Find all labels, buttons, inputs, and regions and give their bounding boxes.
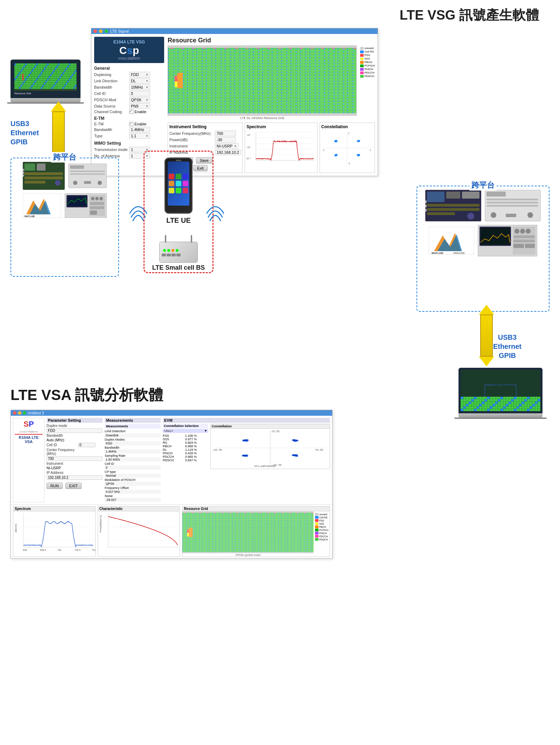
instrument-value[interactable]: NI-USRP [215, 143, 238, 149]
vsa-duplex-value[interactable]: FDD [47, 428, 103, 433]
lte-bs-box: LTE Small cell BS [147, 242, 210, 271]
vsa-constellation-chart [211, 429, 330, 467]
svg-rect-58 [481, 228, 510, 245]
center-freq-row: Center Frequency(MHz) 700 [169, 131, 241, 136]
phone-screen-icons [167, 172, 190, 195]
laptop-screen-content-left [13, 62, 78, 96]
spectrum-title: Spectrum [246, 124, 316, 129]
constellation-sel-value[interactable]: <ALL> ▼ [163, 429, 208, 433]
svg-rect-16 [84, 181, 91, 184]
svg-rect-4 [24, 177, 63, 179]
vsa-rg-legend: unused Cell RS PSS SSS PBCH PCFICH PHICH… [315, 513, 328, 557]
pdsch-mod-label: PDSCH Mod [94, 98, 129, 102]
etm-bandwidth-label: Bandwidth [94, 127, 129, 132]
xp-box-right: 跨平台 [416, 186, 550, 312]
arrow-up-head [51, 102, 66, 111]
vsa-title: LTE VSA 訊號分析軟體 [10, 385, 163, 405]
vsa-measurements-title: Measurements [105, 418, 161, 423]
vsg-brand-e104: E104A LTE VSG [97, 40, 161, 44]
vsa-cf-value[interactable]: 700 [47, 456, 103, 461]
vsa-run-button[interactable]: RUN [47, 483, 63, 489]
channel-coding-checkbox[interactable] [129, 110, 133, 114]
matlab-logo-right: MATLAB SIMULINK [429, 227, 474, 255]
svg-point-14 [98, 181, 102, 185]
power-value[interactable]: -30 [215, 137, 236, 143]
svg-rect-29 [90, 202, 104, 205]
matlab-logo: MATLAB SIMULINK [23, 193, 61, 218]
page-title: LTE VSG 訊號產生軟體 [400, 6, 539, 24]
cell-id-value[interactable]: 0 [129, 91, 150, 96]
etm-bandwidth-value[interactable]: 1.4MHz [129, 127, 150, 132]
vsa-characteristic-canvas [98, 511, 180, 553]
etm-type-value[interactable]: 1.1 [129, 133, 150, 139]
svg-rect-64 [513, 240, 535, 242]
svg-text:MATLAB: MATLAB [432, 251, 443, 255]
form-pdsch-mod: PDSCH Mod QPSK [94, 97, 164, 103]
vsa-characteristic-chart-area: CCDF [98, 511, 180, 553]
vsa-bw-value[interactable]: Auto (MHz) [47, 438, 103, 442]
sss-label: SSS [163, 437, 185, 441]
svg-rect-13 [70, 173, 105, 175]
usb-label-right: USB3EthernetGPIB [493, 333, 522, 360]
meas-limit-row: Limit Detection [105, 429, 161, 433]
svg-rect-40 [425, 200, 427, 203]
svg-rect-3 [24, 172, 63, 175]
meas-mod-label: Modulation of PDSCH [105, 478, 161, 482]
svg-rect-66 [525, 244, 535, 248]
measurements-header: Measurements [105, 424, 161, 429]
lte-bs-label: LTE Small cell BS [147, 264, 210, 271]
svg-point-61 [520, 229, 525, 234]
vsa-bw-label: Bandwidth [47, 434, 78, 437]
svg-point-39 [467, 213, 474, 220]
vsa-ip-value[interactable]: 192.168.10.2 [47, 475, 103, 480]
xp-title-right: 跨平台 [469, 180, 497, 191]
usb-label-left: USB3EthernetGPIB [10, 119, 39, 146]
vsa-exit-button[interactable]: EXIT [65, 483, 82, 489]
form-data-source: Data Source PN9 [94, 103, 164, 109]
svg-point-6 [55, 180, 61, 186]
svg-point-62 [526, 229, 531, 234]
spectrum-analyzer-right [478, 225, 537, 256]
meas-mod-value: QPSK [105, 482, 161, 486]
laptop-screen-left [10, 60, 80, 98]
phich-value: 0.428 % [185, 451, 208, 455]
vsa-inst-label: Instrument [47, 462, 78, 465]
svg-rect-41 [425, 205, 427, 207]
svg-rect-5 [24, 181, 46, 184]
power-label: Power(dB) [169, 138, 215, 142]
box-device-left [68, 164, 107, 188]
svg-rect-36 [427, 204, 479, 207]
vsa-cellid-row: Cell ID 0 [47, 443, 103, 447]
vsa-cellid-value[interactable]: 0 [78, 443, 96, 447]
vsa-param-title: Parameter Setting [47, 418, 103, 423]
arrow-body-left [52, 111, 65, 153]
vsa-characteristic-chart-title: Characteristic [98, 506, 180, 511]
usb-text-left: USB3EthernetGPIB [10, 119, 39, 146]
meas-bw-label: Bandwidth [105, 446, 161, 449]
svg-text:MATLAB: MATLAB [24, 215, 35, 218]
svg-rect-65 [513, 244, 524, 248]
data-source-value[interactable]: PN9 [129, 103, 150, 109]
ip-value[interactable]: 192.168.10.2 [215, 150, 241, 155]
vsa-spectrum-canvas [13, 511, 95, 553]
vsa-inst-value[interactable]: NI-USRP [47, 466, 103, 470]
meas-fo-label: Frequency Offset [105, 486, 161, 490]
arrow-up-head-right [479, 305, 494, 315]
vsa-rg-xlabel: OFDM symbol index [182, 553, 314, 557]
svg-point-15 [73, 181, 77, 185]
duplexing-value[interactable]: FDD [129, 72, 150, 77]
center-freq-value[interactable]: 700 [215, 131, 236, 136]
etm-type-label: Type [94, 134, 129, 138]
vsa-duplex-row: Duplex mode [47, 424, 103, 428]
pdsch-mod-value[interactable]: QPSK [129, 97, 150, 103]
svg-rect-9 [23, 174, 24, 177]
vsa-spectrum-chart-box: Spectrum Frequency (MHz) [13, 506, 96, 557]
bandwidth-value[interactable]: 10MHz [129, 84, 150, 90]
etm-checkbox[interactable] [129, 122, 133, 126]
mid-section: 跨平台 [0, 158, 560, 315]
vsa-evm-title: EVM [163, 418, 330, 423]
link-direction-value[interactable]: DL [129, 78, 150, 84]
vsa-rg-canvas-container: OFDM symbol index [182, 511, 314, 557]
svg-rect-50 [506, 214, 516, 217]
svg-rect-47 [486, 205, 538, 207]
